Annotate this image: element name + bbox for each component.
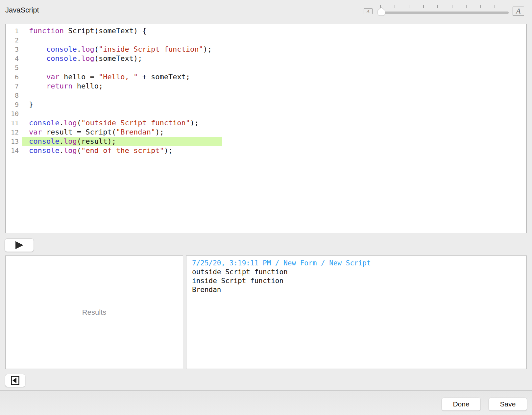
code-token-plain: ( — [94, 45, 99, 53]
code-token-keyword: var — [29, 128, 42, 136]
code-token-plain: ); — [164, 146, 173, 155]
code-token-plain: hello = — [60, 73, 99, 81]
code-token-plain — [29, 45, 46, 53]
font-size-small-label: A — [367, 9, 370, 14]
line-number: 2 — [6, 36, 22, 45]
font-size-slider-track[interactable] — [379, 12, 509, 14]
code-token-plain: ( — [77, 146, 81, 155]
code-token-plain — [29, 82, 46, 90]
code-line[interactable]: console.log(result); — [22, 137, 526, 146]
code-token-plain: ); — [190, 119, 199, 127]
line-number: 7 — [6, 82, 22, 91]
slider-tick — [495, 5, 495, 8]
code-line[interactable]: console.log("outside Script function"); — [29, 118, 526, 128]
code-token-function: log — [64, 119, 77, 127]
code-token-plain: . — [60, 146, 64, 155]
line-number: 14 — [6, 146, 22, 155]
collapse-panel-button[interactable] — [5, 374, 25, 387]
code-line[interactable]: console.log("end of the script"); — [29, 146, 526, 155]
slider-tick — [409, 5, 409, 8]
line-number-gutter: 1234567891011121314 — [6, 24, 22, 233]
font-size-slider-thumb[interactable] — [377, 7, 386, 16]
page-title: JavaScript — [5, 6, 39, 14]
line-number: 9 — [6, 100, 22, 109]
code-token-keyword: return — [46, 82, 72, 90]
code-token-function: log — [64, 137, 77, 145]
code-token-variable: console — [29, 146, 60, 155]
code-token-plain: . — [77, 45, 81, 53]
done-button[interactable]: Done — [442, 398, 481, 411]
console-output-line: Brendan — [192, 285, 526, 294]
code-line[interactable] — [29, 91, 526, 100]
slider-tick — [480, 5, 481, 8]
line-number: 1 — [6, 26, 22, 36]
code-token-variable: console — [29, 119, 60, 127]
code-token-string: "end of the script" — [81, 146, 164, 155]
line-number: 13 — [6, 137, 22, 146]
line-number: 5 — [6, 63, 22, 72]
slider-tick — [452, 5, 452, 8]
save-button[interactable]: Save — [489, 398, 527, 411]
code-editor-container: 1234567891011121314 function Script(some… — [5, 24, 527, 233]
line-number: 3 — [6, 45, 22, 54]
code-line[interactable]: return hello; — [29, 82, 526, 91]
code-token-plain — [29, 73, 46, 81]
line-number: 8 — [6, 91, 22, 100]
code-line[interactable]: console.log("inside Script function"); — [29, 45, 526, 54]
console-output-line: outside Script function — [192, 268, 526, 277]
slider-tick — [466, 5, 467, 8]
code-token-string: "Brendan" — [116, 128, 155, 136]
font-size-small-icon: A — [364, 8, 373, 14]
results-placeholder: Results — [82, 308, 106, 317]
code-editor[interactable]: function Script(someText) { console.log(… — [22, 24, 526, 233]
code-token-plain: ( — [77, 119, 81, 127]
results-panel: Results — [5, 256, 183, 369]
console-output-line: inside Script function — [192, 277, 526, 285]
code-token-string: "outside Script function" — [81, 119, 190, 127]
done-button-label: Done — [453, 400, 469, 408]
line-number: 12 — [6, 128, 22, 137]
code-token-plain: (someText); — [94, 54, 142, 62]
code-line[interactable]: } — [29, 100, 526, 109]
console-output-panel: 7/25/20, 3:19:11 PM / New Form / New Scr… — [186, 256, 527, 369]
javascript-editor-dialog: JavaScript A A 1234567891011121314 funct… — [0, 0, 532, 415]
code-token-string: "inside Script function" — [99, 45, 203, 53]
code-line[interactable] — [29, 63, 526, 72]
code-token-plain: . — [60, 137, 64, 145]
code-token-function: log — [81, 54, 94, 62]
slider-tick — [423, 5, 424, 8]
code-token-plain: hello; — [72, 82, 103, 90]
save-button-label: Save — [500, 400, 516, 408]
slider-tick — [395, 5, 395, 8]
code-token-plain: } — [29, 100, 33, 109]
code-line[interactable]: var result = Script("Brendan"); — [29, 128, 526, 137]
font-size-large-label: A — [516, 7, 520, 15]
collapse-left-icon — [11, 376, 19, 385]
play-icon — [15, 241, 24, 249]
code-token-plain: ); — [203, 45, 212, 53]
footer-divider — [0, 390, 532, 391]
code-line[interactable] — [29, 109, 526, 118]
slider-tick — [437, 5, 438, 8]
console-header-line: 7/25/20, 3:19:11 PM / New Form / New Scr… — [192, 259, 526, 268]
line-number: 6 — [6, 72, 22, 82]
run-script-button[interactable] — [5, 238, 34, 252]
slider-ticks — [380, 5, 495, 8]
code-line[interactable] — [29, 36, 526, 45]
code-line[interactable]: var hello = "Hello, " + someText; — [29, 72, 526, 82]
code-token-keyword: var — [46, 73, 60, 81]
code-token-plain: Script(someText) { — [64, 27, 147, 35]
code-line[interactable]: function Script(someText) { — [29, 26, 526, 36]
code-token-plain — [29, 54, 46, 62]
code-token-plain: . — [60, 119, 64, 127]
slider-thumb-icon — [377, 7, 386, 16]
line-number: 10 — [6, 109, 22, 118]
code-token-plain: . — [77, 54, 81, 62]
code-token-function: log — [64, 146, 77, 155]
console-lines: outside Script functioninside Script fun… — [192, 268, 526, 294]
code-line[interactable]: console.log(someText); — [29, 54, 526, 63]
code-token-plain: + someText; — [138, 73, 190, 81]
code-token-variable: console — [29, 137, 60, 145]
code-token-string: "Hello, " — [99, 73, 138, 81]
code-token-keyword: function — [29, 27, 64, 35]
